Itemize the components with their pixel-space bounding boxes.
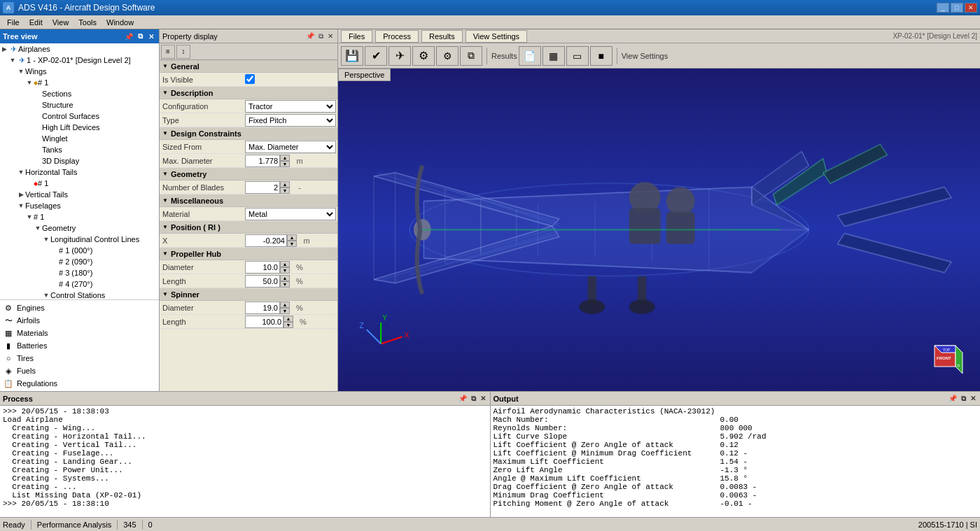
tree-item-sections[interactable]: Sections bbox=[0, 88, 159, 99]
section-prop-hub[interactable]: Propeller Hub bbox=[160, 248, 337, 260]
prop-spin-up-hub-length[interactable]: ▲ bbox=[280, 275, 290, 281]
tree-item-long-ctrl[interactable]: ▼ Longitudinal Control Lines bbox=[0, 234, 159, 245]
tree-item-lcl3[interactable]: # 3 (180°) bbox=[0, 267, 159, 278]
bottom-item-batteries[interactable]: ▮ Batteries bbox=[0, 339, 159, 352]
prop-spin-btns-max-diameter[interactable]: ▲ ▼ bbox=[280, 155, 290, 167]
section-spinner[interactable]: Spinner bbox=[160, 288, 337, 301]
process-close-button[interactable]: ✕ bbox=[479, 395, 487, 402]
tree-item-lcl4[interactable]: # 4 (270°) bbox=[0, 278, 159, 290]
tree-item-structure[interactable]: Structure bbox=[0, 99, 159, 111]
prop-input-spinner-length[interactable] bbox=[245, 316, 284, 328]
tree-item-airplanes[interactable]: ▶ ✈ Airplanes bbox=[0, 43, 159, 55]
prop-spin-btns-spinner-diameter[interactable]: ▲ ▼ bbox=[280, 302, 290, 314]
tree-item-winglet[interactable]: Winglet bbox=[0, 133, 159, 144]
bottom-item-tires[interactable]: ○ Tires bbox=[0, 352, 159, 364]
menu-view[interactable]: View bbox=[48, 17, 74, 28]
prop-select-type[interactable]: Fixed Pitch Variable Pitch bbox=[245, 114, 336, 127]
prop-input-blades[interactable] bbox=[245, 181, 280, 194]
prop-spin-down-x[interactable]: ▼ bbox=[287, 241, 297, 247]
tree-item-control-surfaces[interactable]: Control Surfaces bbox=[0, 111, 159, 122]
tree-expand-vtails[interactable]: ▶ bbox=[17, 190, 25, 199]
window-controls[interactable]: _ □ ✕ bbox=[937, 3, 977, 13]
tree-panel-controls[interactable]: 📌 ⧉ ✕ bbox=[124, 31, 156, 41]
prop-select-config[interactable]: Tractor Pusher bbox=[245, 100, 336, 113]
bottom-item-airfoils[interactable]: 〜 Airfoils bbox=[0, 314, 159, 327]
rect-button[interactable]: ▭ bbox=[566, 46, 589, 66]
section-design-constraints[interactable]: Design Constraints bbox=[160, 127, 337, 140]
prop-select-sized-from[interactable]: Max. Diameter bbox=[245, 141, 336, 153]
view-cube[interactable]: FRONT TOP R bbox=[931, 342, 966, 377]
tree-item-fuselages[interactable]: ▼ Fuselages bbox=[0, 200, 159, 211]
tree-expand-wings[interactable]: ▼ bbox=[17, 67, 25, 76]
section-position[interactable]: Position ( RI ) bbox=[160, 221, 337, 234]
close-button[interactable]: ✕ bbox=[965, 3, 977, 13]
bottom-item-engines[interactable]: ⚙ Engines bbox=[0, 302, 159, 314]
prop-input-max-diameter[interactable] bbox=[245, 155, 280, 167]
prop-close-button[interactable]: ✕ bbox=[326, 32, 335, 40]
grid-button[interactable]: ▦ bbox=[542, 46, 565, 66]
property-panel-controls[interactable]: 📌 ⧉ ✕ bbox=[304, 32, 335, 41]
prop-tool-2[interactable]: ↕ bbox=[176, 45, 190, 59]
prop-input-hub-length[interactable] bbox=[245, 275, 280, 288]
tree-expand-long-ctrl[interactable]: ▼ bbox=[42, 235, 50, 243]
prop-value-blades[interactable]: ▲ ▼ - bbox=[244, 181, 337, 194]
menu-file[interactable]: File bbox=[3, 17, 24, 28]
save-button[interactable]: 💾 bbox=[341, 46, 363, 66]
prop-spin-btns-hub-diameter[interactable]: ▲ ▼ bbox=[280, 261, 290, 274]
prop-tool-1[interactable]: ≡ bbox=[161, 45, 175, 59]
bottom-item-materials[interactable]: ▦ Materials bbox=[0, 327, 159, 339]
prop-spin-down-hub-length[interactable]: ▼ bbox=[280, 281, 290, 288]
tree-expand-htails[interactable]: ▼ bbox=[17, 168, 25, 176]
prop-input-x[interactable] bbox=[245, 234, 287, 247]
prop-spin-btns-x[interactable]: ▲ ▼ bbox=[287, 234, 297, 247]
prop-spin-down-blades[interactable]: ▼ bbox=[280, 187, 290, 194]
prop-spin-down-hub-diameter[interactable]: ▼ bbox=[280, 267, 290, 274]
prop-spin-btns-spinner-length[interactable]: ▲ ▼ bbox=[284, 316, 293, 328]
prop-value-visible[interactable] bbox=[244, 74, 337, 85]
prop-value-material[interactable]: Metal Composite bbox=[244, 208, 337, 220]
tree-expand-xp0201[interactable]: ▼ bbox=[8, 56, 17, 64]
tree-item-xp0201[interactable]: ▼ ✈ 1 - XP-02-01* [Design Level 2] bbox=[0, 55, 159, 66]
tree-item-fuse1[interactable]: ▼ # 1 bbox=[0, 211, 159, 222]
tree-item-lcl1[interactable]: # 1 (000°) bbox=[0, 245, 159, 256]
tree-item-fuse-geometry[interactable]: ▼ Geometry bbox=[0, 222, 159, 234]
bottom-item-fuels[interactable]: ◈ Fuels bbox=[0, 364, 159, 377]
menu-window[interactable]: Window bbox=[102, 17, 138, 28]
tab-view-settings[interactable]: View Settings bbox=[465, 30, 527, 43]
prop-value-spinner-length[interactable]: ▲ ▼ % bbox=[244, 316, 337, 328]
prop-value-max-diameter[interactable]: ▲ ▼ m bbox=[244, 155, 337, 167]
prop-pin-button[interactable]: 📌 bbox=[304, 32, 316, 40]
tree-item-high-lift[interactable]: High Lift Devices bbox=[0, 122, 159, 133]
tree-item-lcl2[interactable]: # 2 (090°) bbox=[0, 256, 159, 267]
menu-tools[interactable]: Tools bbox=[74, 17, 101, 28]
tree-close-button[interactable]: ✕ bbox=[146, 31, 156, 41]
tree-item-htail1[interactable]: ◆ # 1 bbox=[0, 178, 159, 189]
prop-value-spinner-diameter[interactable]: ▲ ▼ % bbox=[244, 302, 337, 314]
output-close-button[interactable]: ✕ bbox=[969, 395, 977, 402]
prop-spin-up-x[interactable]: ▲ bbox=[287, 234, 297, 241]
tree-item-tanks[interactable]: Tanks bbox=[0, 144, 159, 155]
tree-item-wing1[interactable]: ▼ ◆ # 1 bbox=[0, 77, 159, 88]
tree-pin-button[interactable]: 📌 bbox=[124, 31, 134, 41]
output-panel-controls[interactable]: 📌 ⧉ ✕ bbox=[947, 395, 977, 403]
3d-viewport[interactable]: Perspective bbox=[338, 69, 980, 391]
check-button[interactable]: ✔ bbox=[365, 46, 387, 66]
minimize-button[interactable]: _ bbox=[937, 3, 949, 13]
section-description[interactable]: Description bbox=[160, 87, 337, 99]
prop-spin-btns-hub-length[interactable]: ▲ ▼ bbox=[280, 275, 290, 288]
prop-value-type[interactable]: Fixed Pitch Variable Pitch bbox=[244, 114, 337, 127]
prop-spin-up-spinner-length[interactable]: ▲ bbox=[284, 316, 293, 322]
prop-spin-down-spinner-diameter[interactable]: ▼ bbox=[280, 308, 290, 314]
tab-results[interactable]: Results bbox=[421, 30, 463, 43]
prop-float-button[interactable]: ⧉ bbox=[317, 32, 325, 41]
tree-expand-fuse-geom[interactable]: ▼ bbox=[34, 224, 42, 232]
tree-float-button[interactable]: ⧉ bbox=[135, 31, 145, 41]
copy-button[interactable]: ⧉ bbox=[460, 46, 482, 66]
process-panel-controls[interactable]: 📌 ⧉ ✕ bbox=[457, 395, 487, 403]
prop-value-config[interactable]: Tractor Pusher bbox=[244, 100, 337, 113]
bottom-item-regulations[interactable]: 📋 Regulations bbox=[0, 377, 159, 390]
prop-checkbox-visible[interactable] bbox=[245, 74, 255, 84]
prop-input-hub-diameter[interactable] bbox=[245, 261, 280, 274]
tree-expand-ctrl-stations[interactable]: ▼ bbox=[42, 291, 50, 299]
plane-button[interactable]: ✈ bbox=[388, 46, 411, 66]
